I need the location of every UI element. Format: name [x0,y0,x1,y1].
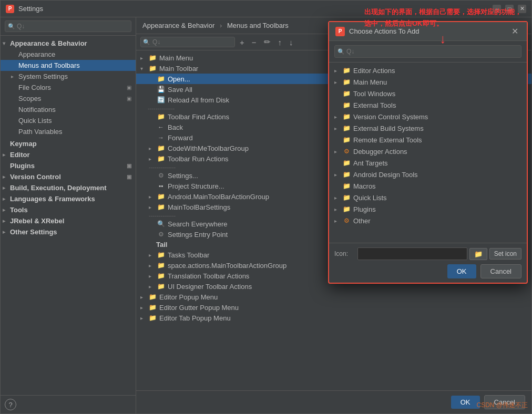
modal-row-tool-windows[interactable]: 📁 Tool Windows [329,88,527,99]
chevron-right-icon: ▸ [334,68,342,74]
modal-row-debugger-actions[interactable]: ▸ ⚙ Debugger Actions [329,146,527,157]
folder-icon: 📁 [342,193,351,202]
folder-icon: 📁 [342,112,351,121]
icon-folder-button[interactable]: 📁 [469,248,487,260]
chevron-right-icon: ▸ [334,79,342,85]
modal-ok-button[interactable]: OK [447,264,476,278]
modal-row-vcs[interactable]: ▸ 📁 Version Control Systems [329,111,527,122]
modal-row-label: Tool Windows [353,90,395,98]
modal-titlebar: P Choose Actions To Add ✕ [329,22,527,41]
folder-icon: 📁 [342,124,351,132]
folder-icon: 📁 [342,101,351,109]
modal-overlay: P Choose Actions To Add ✕ 🔍 ▸ 📁 Editor A… [0,0,532,414]
modal-close-button[interactable]: ✕ [509,26,520,36]
modal-search-area: 🔍 [329,41,527,63]
modal-actions: OK Cancel [334,264,521,278]
modal-row-plugins[interactable]: ▸ 📁 Plugins [329,203,527,215]
modal-row-label: External Tools [353,101,396,109]
debugger-icon: ⚙ [342,147,351,156]
modal-row-label: Main Menu [353,78,387,86]
chevron-right-icon: ▸ [334,172,342,178]
modal-app-icon: P [335,27,345,36]
set-icon-button[interactable]: Set icon [489,248,521,260]
modal-row-android-design-tools[interactable]: ▸ 📁 Android Design Tools [329,169,527,180]
modal-row-remote-external-tools[interactable]: 📁 Remote External Tools [329,134,527,146]
chevron-right-icon: ▸ [334,195,342,201]
other-icon: ⚙ [342,216,351,225]
chevron-right-icon: ▸ [334,126,342,131]
modal-row-label: Android Design Tools [353,171,418,179]
modal-row-label: Debugger Actions [353,148,407,156]
folder-icon: 📁 [342,89,351,98]
modal-row-quick-lists[interactable]: ▸ 📁 Quick Lists [329,192,527,203]
chevron-right-icon: ▸ [334,218,342,224]
editor-icon: 📁 [342,66,351,75]
modal-row-label: Ant Targets [353,159,388,167]
folder-icon: 📁 [342,78,351,86]
chevron-right-icon: ▸ [334,114,342,120]
folder-icon: 📁 [342,170,351,179]
icon-row: Icon: 📁 Set icon [334,247,521,260]
icon-label: Icon: [334,250,353,257]
choose-actions-modal: P Choose Actions To Add ✕ 🔍 ▸ 📁 Editor A… [328,21,528,284]
modal-footer: Icon: 📁 Set icon OK Cancel [329,243,527,283]
folder-icon: 📁 [342,136,351,144]
modal-tree: ▸ 📁 Editor Actions ▸ 📁 Main Menu 📁 Tool … [329,63,527,243]
modal-row-label: Editor Actions [353,67,395,75]
modal-row-label: Quick Lists [353,194,387,202]
modal-row-ant-targets[interactable]: 📁 Ant Targets [329,157,527,169]
modal-row-label: Remote External Tools [353,136,422,144]
modal-row-editor-actions[interactable]: ▸ 📁 Editor Actions [329,65,527,76]
modal-row-main-menu[interactable]: ▸ 📁 Main Menu [329,76,527,88]
modal-row-macros[interactable]: 📁 Macros [329,180,527,192]
modal-cancel-button[interactable]: Cancel [480,264,521,278]
modal-row-label: Plugins [353,205,376,213]
modal-search-input[interactable] [334,45,521,58]
chevron-right-icon: ▸ [334,149,342,154]
modal-row-external-build[interactable]: ▸ 📁 External Build Systems [329,122,527,134]
modal-row-label: Other [353,217,371,225]
modal-row-label: Macros [353,182,376,190]
modal-title: Choose Actions To Add [349,27,509,35]
folder-icon: 📁 [342,182,351,190]
modal-row-other[interactable]: ▸ ⚙ Other [329,215,527,226]
icon-path-display [357,247,467,260]
folder-icon: 📁 [342,159,351,167]
chevron-right-icon: ▸ [334,206,342,212]
modal-row-external-tools[interactable]: 📁 External Tools [329,99,527,111]
modal-row-label: Version Control Systems [353,113,428,121]
modal-row-label: External Build Systems [353,125,424,132]
folder-icon: 📁 [342,205,351,213]
